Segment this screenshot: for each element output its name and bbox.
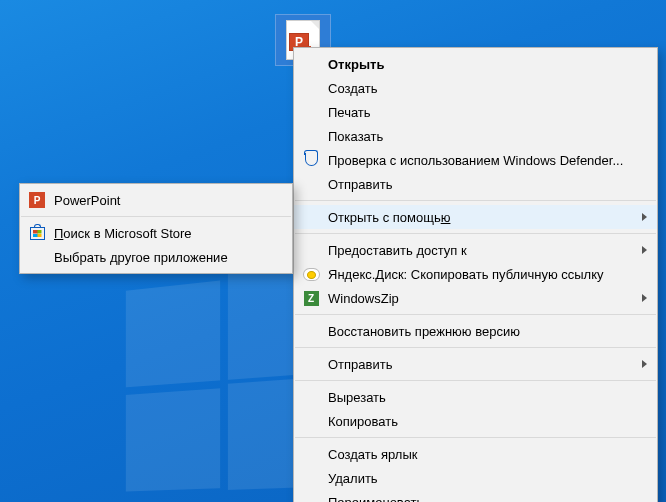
submenu-powerpoint[interactable]: P PowerPoint [20, 188, 292, 212]
submenu-arrow-icon [642, 294, 647, 302]
menu-open-with[interactable]: Открыть с помощью [294, 205, 657, 229]
menu-copy[interactable]: Копировать [294, 409, 657, 433]
menu-separator [295, 380, 656, 381]
menu-yandex-disk[interactable]: Яндекс.Диск: Скопировать публичную ссылк… [294, 262, 657, 286]
yandex-disk-icon [302, 265, 320, 283]
menu-separator [295, 347, 656, 348]
windowszip-icon [302, 289, 320, 307]
menu-send-to[interactable]: Отправить [294, 352, 657, 376]
open-with-submenu: P PowerPoint Поиск в Microsoft Store Выб… [19, 183, 293, 274]
shield-icon [302, 151, 320, 169]
submenu-arrow-icon [642, 246, 647, 254]
menu-create[interactable]: Создать [294, 76, 657, 100]
powerpoint-icon: P [28, 191, 46, 209]
menu-separator [295, 437, 656, 438]
menu-grant-access[interactable]: Предоставить доступ к [294, 238, 657, 262]
menu-separator [295, 233, 656, 234]
menu-print[interactable]: Печать [294, 100, 657, 124]
microsoft-store-icon [28, 224, 46, 242]
menu-delete[interactable]: Удалить [294, 466, 657, 490]
menu-open[interactable]: Открыть [294, 52, 657, 76]
menu-separator [295, 200, 656, 201]
menu-restore-version[interactable]: Восстановить прежнюю версию [294, 319, 657, 343]
submenu-arrow-icon [642, 360, 647, 368]
submenu-search-store[interactable]: Поиск в Microsoft Store [20, 221, 292, 245]
context-menu: Открыть Создать Печать Показать Проверка… [293, 47, 658, 502]
menu-separator [21, 216, 291, 217]
menu-cut[interactable]: Вырезать [294, 385, 657, 409]
menu-create-shortcut[interactable]: Создать ярлык [294, 442, 657, 466]
submenu-choose-another-app[interactable]: Выбрать другое приложение [20, 245, 292, 269]
menu-send-1[interactable]: Отправить [294, 172, 657, 196]
menu-defender[interactable]: Проверка с использованием Windows Defend… [294, 148, 657, 172]
menu-separator [295, 314, 656, 315]
desktop[interactable]: P Открыть Создать Печать Показать Провер… [0, 0, 666, 502]
submenu-arrow-icon [642, 213, 647, 221]
menu-windowszip[interactable]: WindowsZip [294, 286, 657, 310]
menu-show[interactable]: Показать [294, 124, 657, 148]
menu-rename[interactable]: Переименовать [294, 490, 657, 502]
